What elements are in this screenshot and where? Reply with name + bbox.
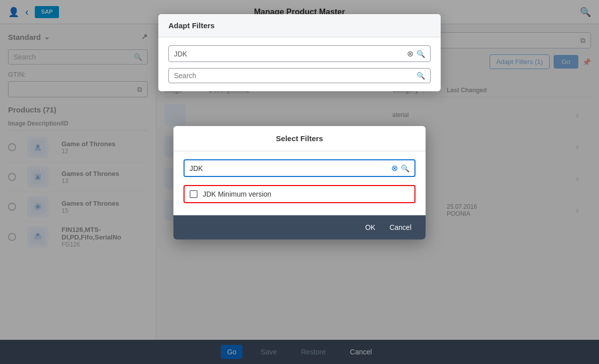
select-filters-modal-body: ⊗ 🔍 JDK Minimum version: [173, 151, 426, 215]
adapt-modal-clear-icon[interactable]: ⊗: [407, 49, 413, 58]
select-filters-ok-button[interactable]: OK: [361, 221, 379, 233]
select-filters-title: Select Filters: [276, 134, 323, 143]
adapt-filters-title: Adapt Filters: [168, 21, 215, 30]
select-filters-cancel-button[interactable]: Cancel: [385, 221, 415, 233]
adapt-modal-search-box[interactable]: ⊗ 🔍: [168, 45, 431, 62]
select-filters-search-input[interactable]: [190, 164, 391, 172]
jdk-checkbox[interactable]: [190, 190, 198, 198]
adapt-modal-inner-search-icon[interactable]: 🔍: [416, 72, 425, 80]
adapt-filters-modal-body: ⊗ 🔍 🔍: [158, 37, 441, 91]
select-filters-modal-footer: OK Cancel: [173, 215, 426, 239]
select-filters-modal-header: Select Filters: [173, 126, 426, 151]
select-filters-clear-icon[interactable]: ⊗: [391, 163, 398, 173]
adapt-filters-modal-header: Adapt Filters: [158, 14, 441, 37]
adapt-modal-inner-search-box[interactable]: 🔍: [168, 68, 431, 83]
adapt-modal-inner-search-input[interactable]: [174, 72, 416, 80]
select-filters-modal: Select Filters ⊗ 🔍 JDK Minimum version O…: [173, 126, 426, 239]
adapt-modal-search-input[interactable]: [174, 50, 407, 58]
select-filters-search-icon[interactable]: 🔍: [401, 164, 409, 172]
adapt-modal-search-icon[interactable]: 🔍: [416, 50, 425, 58]
adapt-filters-modal: Adapt Filters ⊗ 🔍 🔍: [158, 14, 441, 91]
jdk-filter-label: JDK Minimum version: [203, 190, 271, 198]
select-filters-search-box[interactable]: ⊗ 🔍: [184, 159, 415, 177]
filter-item-jdk[interactable]: JDK Minimum version: [184, 185, 415, 203]
